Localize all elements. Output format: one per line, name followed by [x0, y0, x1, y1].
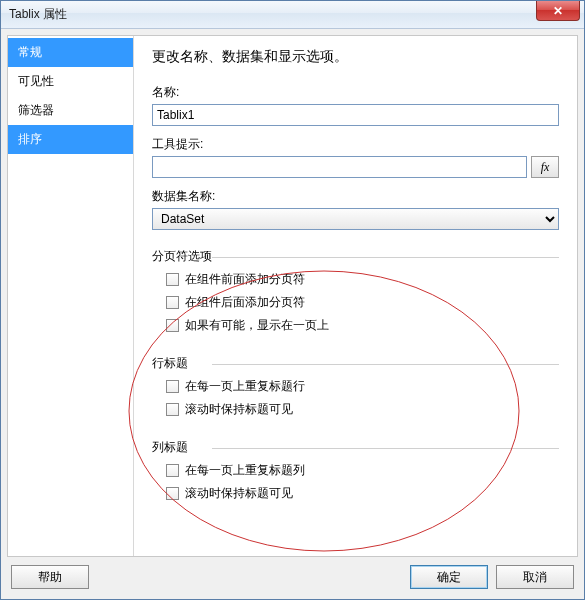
checkbox-label: 如果有可能，显示在一页上: [185, 317, 329, 334]
checkbox-row[interactable]: 在每一页上重复标题列: [152, 459, 559, 482]
checkbox-icon: [166, 296, 179, 309]
checkbox-icon: [166, 319, 179, 332]
checkbox-label: 在组件后面添加分页符: [185, 294, 305, 311]
sidebar-item-label: 排序: [18, 132, 42, 146]
fx-icon: fx: [541, 160, 550, 175]
checkbox-label: 在组件前面添加分页符: [185, 271, 305, 288]
dialog-window: Tablix 属性 ✕ 常规 可见性 筛选器 排序 更改: [0, 0, 585, 600]
titlebar: Tablix 属性 ✕: [1, 1, 584, 29]
checkbox-row[interactable]: 在组件后面添加分页符: [152, 291, 559, 314]
tooltip-label: 工具提示:: [152, 136, 559, 153]
sidebar-item-visibility[interactable]: 可见性: [8, 67, 133, 96]
sidebar-item-sorting[interactable]: 排序: [8, 125, 133, 154]
sidebar-item-label: 筛选器: [18, 103, 54, 117]
ok-button[interactable]: 确定: [410, 565, 488, 589]
dialog-body: 常规 可见性 筛选器 排序 更改名称、数据集和显示选项。 名称: 工具提示:: [7, 35, 578, 557]
group-rowheader-title: 行标题: [152, 355, 559, 372]
sidebar-item-label: 可见性: [18, 74, 54, 88]
sidebar-item-filters[interactable]: 筛选器: [8, 96, 133, 125]
checkbox-icon: [166, 380, 179, 393]
dialog-footer: 帮助 确定 取消: [7, 557, 578, 593]
close-icon: ✕: [553, 4, 563, 18]
group-colheader-title: 列标题: [152, 439, 559, 456]
client-area: 常规 可见性 筛选器 排序 更改名称、数据集和显示选项。 名称: 工具提示:: [1, 29, 584, 599]
name-input[interactable]: [152, 104, 559, 126]
checkbox-icon: [166, 403, 179, 416]
checkbox-icon: [166, 464, 179, 477]
group-pagebreak-title: 分页符选项: [152, 248, 559, 265]
checkbox-label: 滚动时保持标题可见: [185, 485, 293, 502]
checkbox-row[interactable]: 滚动时保持标题可见: [152, 398, 559, 421]
sidebar-item-label: 常规: [18, 45, 42, 59]
sidebar-item-general[interactable]: 常规: [8, 38, 133, 67]
checkbox-icon: [166, 273, 179, 286]
sidebar: 常规 可见性 筛选器 排序: [8, 36, 134, 556]
dataset-select[interactable]: DataSet: [152, 208, 559, 230]
cancel-button[interactable]: 取消: [496, 565, 574, 589]
checkbox-label: 滚动时保持标题可见: [185, 401, 293, 418]
expression-button[interactable]: fx: [531, 156, 559, 178]
dataset-label: 数据集名称:: [152, 188, 559, 205]
checkbox-row[interactable]: 滚动时保持标题可见: [152, 482, 559, 505]
checkbox-row[interactable]: 如果有可能，显示在一页上: [152, 314, 559, 337]
window-title: Tablix 属性: [1, 6, 67, 23]
page-heading: 更改名称、数据集和显示选项。: [152, 48, 559, 66]
help-button[interactable]: 帮助: [11, 565, 89, 589]
close-button[interactable]: ✕: [536, 1, 580, 21]
tooltip-input[interactable]: [152, 156, 527, 178]
checkbox-row[interactable]: 在每一页上重复标题行: [152, 375, 559, 398]
main-panel: 更改名称、数据集和显示选项。 名称: 工具提示: fx 数据集名称: DataS…: [134, 36, 577, 556]
checkbox-label: 在每一页上重复标题行: [185, 378, 305, 395]
name-label: 名称:: [152, 84, 559, 101]
checkbox-icon: [166, 487, 179, 500]
checkbox-row[interactable]: 在组件前面添加分页符: [152, 268, 559, 291]
checkbox-label: 在每一页上重复标题列: [185, 462, 305, 479]
